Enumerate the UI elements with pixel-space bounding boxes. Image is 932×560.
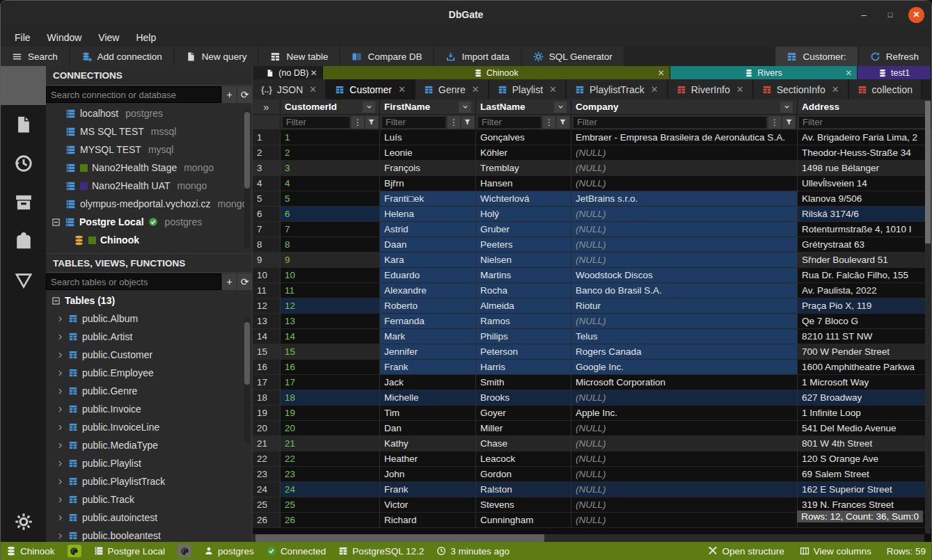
cell-firstname[interactable]: François [380, 161, 476, 176]
toolbar-button-search[interactable]: Search [1, 47, 70, 66]
cell-firstname[interactable]: Frank [380, 360, 476, 375]
cell-customerid[interactable]: 19 [281, 406, 380, 421]
toolbar-button-customer[interactable]: Customer: [775, 47, 858, 66]
cell-customerid[interactable]: 13 [281, 314, 380, 329]
cell-lastname[interactable]: Nielsen [476, 253, 571, 268]
table-item[interactable]: public.Artist [46, 328, 252, 346]
connection-item[interactable]: Nano2Health UATmongo [46, 177, 252, 195]
table-item[interactable]: public.Employee [46, 364, 252, 382]
connection-item[interactable]: olympus-medportal.vychozi.czmongo [46, 195, 252, 213]
connection-item[interactable]: Nano2Health Stagemongo [46, 159, 252, 177]
grid-corner-expand[interactable]: » [253, 99, 281, 115]
filter-funnel-icon[interactable] [461, 116, 474, 129]
cell-lastname[interactable]: Gruber [476, 222, 571, 237]
cell-customerid[interactable]: 18 [281, 390, 380, 406]
column-header-customerid[interactable]: CustomerId [281, 99, 380, 115]
cell-lastname[interactable]: Peeters [476, 237, 571, 253]
cell-firstname[interactable]: Jack [380, 375, 476, 390]
row-number[interactable]: 8 [253, 237, 281, 253]
cell-company[interactable]: (NULL) [571, 253, 798, 268]
cell-address[interactable]: 1 Microsoft Way [798, 375, 931, 390]
column-header-firstname[interactable]: FirstName [380, 99, 476, 115]
theme-color-button[interactable] [68, 545, 81, 557]
cell-company[interactable]: Telus [571, 329, 798, 344]
cell-lastname[interactable]: Chase [476, 436, 571, 451]
cell-address[interactable]: 541 Del Medio Avenue [798, 421, 931, 436]
cell-lastname[interactable]: Gonçalves [476, 130, 571, 145]
filter-menu-icon[interactable]: ⋮ [543, 116, 555, 129]
connection-item[interactable]: MYSQL TESTmysql [46, 141, 252, 159]
close-icon[interactable]: ✕ [845, 68, 852, 78]
cell-firstname[interactable]: Mark [380, 329, 476, 344]
cell-firstname[interactable]: Kara [380, 253, 476, 268]
row-number[interactable]: 13 [253, 314, 281, 329]
toolbar-button-import-data[interactable]: Import data [434, 47, 521, 66]
cell-customerid[interactable]: 22 [281, 451, 380, 467]
cell-customerid[interactable]: 25 [281, 497, 380, 513]
cell-firstname[interactable]: Alexandre [380, 283, 476, 298]
row-number[interactable]: 20 [253, 421, 281, 436]
row-number[interactable]: 17 [253, 375, 281, 390]
cell-customerid[interactable]: 7 [281, 222, 380, 237]
grid-horizontal-scrollbar[interactable] [253, 534, 924, 542]
cell-company[interactable]: (NULL) [571, 207, 798, 222]
cell-address[interactable]: 627 Broadway [798, 390, 931, 406]
cell-customerid[interactable]: 6 [281, 207, 380, 222]
cell-customerid[interactable]: 5 [281, 191, 380, 207]
cell-customerid[interactable]: 4 [281, 176, 380, 191]
cell-company[interactable]: (NULL) [571, 145, 798, 161]
cell-firstname[interactable]: Heather [380, 451, 476, 467]
status-view-columns[interactable]: View columns [800, 546, 871, 557]
cell-customerid[interactable]: 9 [281, 253, 380, 268]
cell-lastname[interactable]: Peterson [476, 344, 571, 360]
table-item[interactable]: public.PlaylistTrack [46, 472, 252, 490]
cell-customerid[interactable]: 12 [281, 298, 380, 314]
filter-input-customerid[interactable] [282, 116, 350, 129]
tab-genre[interactable]: Genre✕ [416, 79, 489, 99]
filter-menu-icon[interactable]: ⋮ [352, 116, 364, 129]
cell-company[interactable]: (NULL) [571, 421, 798, 436]
cell-customerid[interactable]: 17 [281, 375, 380, 390]
cell-address[interactable]: 1 Infinite Loop [798, 406, 931, 421]
table-item[interactable]: public.Genre [46, 382, 252, 400]
row-number[interactable]: 3 [253, 161, 281, 176]
filter-menu-icon[interactable]: ⋮ [448, 116, 460, 129]
connections-add-button[interactable]: + [221, 86, 237, 103]
filter-funnel-icon[interactable] [782, 116, 795, 129]
cell-customerid[interactable]: 8 [281, 237, 380, 253]
connections-search-input[interactable] [46, 86, 221, 103]
cell-address[interactable]: Av. Paulista, 2022 [798, 283, 931, 298]
row-number[interactable]: 25 [253, 497, 281, 513]
close-icon[interactable]: ✕ [398, 84, 406, 95]
connections-refresh-button[interactable]: ⟳ [237, 86, 252, 103]
tables-refresh-button[interactable]: ⟳ [237, 273, 252, 290]
cell-firstname[interactable]: Helena [380, 207, 476, 222]
filter-menu-icon[interactable]: ⋮ [768, 116, 781, 129]
tables-add-button[interactable]: + [221, 273, 237, 290]
row-number[interactable]: 15 [253, 344, 281, 360]
connections-scrollbar[interactable] [244, 109, 250, 248]
tab-group-chinook[interactable]: Chinook✕ [323, 66, 670, 79]
rail-item-archive[interactable] [1, 183, 46, 222]
close-button[interactable]: ✕ [908, 7, 924, 23]
table-item[interactable]: public.InvoiceLine [46, 418, 252, 436]
row-number[interactable]: 16 [253, 360, 281, 375]
cell-address[interactable]: Praça Pio X, 119 [798, 298, 931, 314]
cell-lastname[interactable]: Ralston [476, 482, 571, 497]
connection-item[interactable]: MS SQL TESTmssql [46, 122, 252, 141]
cell-company[interactable]: Riotur [571, 298, 798, 314]
cell-firstname[interactable]: Roberto [380, 298, 476, 314]
cell-lastname[interactable]: Ramos [476, 314, 571, 329]
toolbar-button-sql-generator[interactable]: SQL Generator [522, 47, 625, 66]
grid-vertical-scrollbar[interactable] [925, 99, 931, 534]
filter-input-address[interactable] [798, 116, 929, 129]
menu-file[interactable]: File [8, 31, 38, 45]
cell-company[interactable]: (NULL) [571, 176, 798, 191]
connection-item[interactable]: Chinook [46, 231, 252, 249]
filter-funnel-icon[interactable] [365, 116, 378, 129]
cell-customerid[interactable]: 26 [281, 513, 380, 528]
minimize-button[interactable]: – [855, 6, 872, 23]
tab-customer[interactable]: Customer✕ [326, 79, 416, 99]
cell-company[interactable]: JetBrains s.r.o. [571, 191, 798, 207]
tab-riverinfo[interactable]: RiverInfo✕ [668, 79, 754, 99]
